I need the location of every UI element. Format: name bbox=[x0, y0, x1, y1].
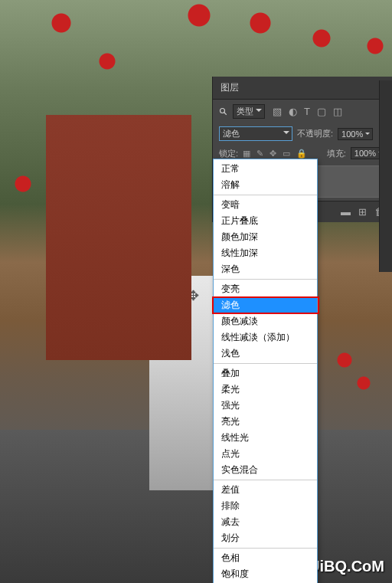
shape-filter-icon[interactable]: ▢ bbox=[317, 106, 326, 117]
smart-filter-icon[interactable]: ◫ bbox=[333, 106, 342, 117]
lock-artboard-icon[interactable]: ▭ bbox=[283, 149, 290, 159]
fill-label: 填充: bbox=[327, 148, 346, 159]
blend-item-selected[interactable]: 滤色 bbox=[214, 297, 317, 313]
blend-item[interactable]: 差值 bbox=[214, 482, 317, 498]
blend-mode-menu: 正常 溶解 变暗 正片叠底 颜色加深 线性加深 深色 变亮 滤色 颜色减淡 线性… bbox=[213, 159, 318, 583]
blend-item[interactable]: 颜色加深 bbox=[214, 229, 317, 245]
lock-paint-icon[interactable]: ✎ bbox=[256, 149, 263, 159]
blend-item[interactable]: 色相 bbox=[214, 550, 317, 566]
lock-transparent-icon[interactable]: ▦ bbox=[243, 149, 250, 159]
new-layer-icon[interactable]: ⊞ bbox=[358, 206, 367, 218]
type-filter-icon[interactable]: T bbox=[304, 106, 310, 117]
filter-type-dropdown[interactable]: 类型 bbox=[233, 104, 265, 119]
blend-item[interactable]: 变暗 bbox=[214, 197, 317, 213]
lock-all-icon[interactable]: 🔒 bbox=[296, 149, 307, 159]
svg-point-0 bbox=[220, 108, 225, 113]
blend-item[interactable]: 实色混合 bbox=[214, 462, 317, 478]
blend-item[interactable]: 颜色减淡 bbox=[214, 313, 317, 329]
blend-group-darken: 变暗 正片叠底 颜色加深 线性加深 深色 bbox=[214, 195, 317, 280]
panel-collapse-strip[interactable] bbox=[379, 80, 392, 272]
blend-group-normal: 正常 溶解 bbox=[214, 159, 317, 195]
blend-item[interactable]: 正常 bbox=[214, 161, 317, 177]
blend-group-contrast: 叠加 柔光 强光 亮光 线性光 点光 实色混合 bbox=[214, 364, 317, 480]
doorway bbox=[149, 276, 222, 490]
blend-group-color: 色相 饱和度 颜色 明度 bbox=[214, 549, 317, 583]
layers-tab[interactable]: 图层 bbox=[220, 81, 239, 94]
blend-item[interactable]: 线性加深 bbox=[214, 245, 317, 261]
lock-label: 锁定: bbox=[219, 148, 238, 159]
blend-item[interactable]: 亮光 bbox=[214, 414, 317, 430]
blend-group-comparative: 差值 排除 减去 划分 bbox=[214, 480, 317, 549]
blend-item[interactable]: 划分 bbox=[214, 530, 317, 546]
blend-mode-dropdown[interactable]: 滤色 bbox=[219, 126, 292, 141]
blend-item[interactable]: 饱和度 bbox=[214, 566, 317, 582]
svg-line-1 bbox=[224, 112, 227, 114]
blend-item[interactable]: 浅色 bbox=[214, 346, 317, 362]
adjustment-filter-icon[interactable]: ◐ bbox=[289, 106, 297, 117]
pixel-filter-icon[interactable]: ▧ bbox=[273, 106, 282, 117]
blend-item[interactable]: 排除 bbox=[214, 498, 317, 514]
blend-item[interactable]: 减去 bbox=[214, 514, 317, 530]
blend-item[interactable]: 强光 bbox=[214, 398, 317, 414]
opacity-value[interactable]: 100% bbox=[338, 128, 373, 140]
blend-item[interactable]: 叠加 bbox=[214, 365, 317, 382]
search-icon bbox=[219, 107, 228, 116]
blend-item[interactable]: 柔光 bbox=[214, 382, 317, 398]
blend-group-lighten: 变亮 滤色 颜色减淡 线性减淡（添加） 浅色 bbox=[214, 280, 317, 364]
blend-item[interactable]: 溶解 bbox=[214, 177, 317, 193]
blend-item[interactable]: 点光 bbox=[214, 446, 317, 462]
blend-item[interactable]: 正片叠底 bbox=[214, 213, 317, 229]
lock-position-icon[interactable]: ✥ bbox=[270, 149, 276, 159]
blend-item[interactable]: 线性光 bbox=[214, 430, 317, 446]
watermark-text: UiBQ.CoM bbox=[309, 558, 384, 575]
blend-item[interactable]: 线性减淡（添加） bbox=[214, 329, 317, 346]
blend-item[interactable]: 变亮 bbox=[214, 281, 317, 297]
folder-icon[interactable]: ▬ bbox=[341, 206, 351, 218]
opacity-label: 不透明度: bbox=[297, 128, 333, 139]
blend-item[interactable]: 深色 bbox=[214, 261, 317, 277]
